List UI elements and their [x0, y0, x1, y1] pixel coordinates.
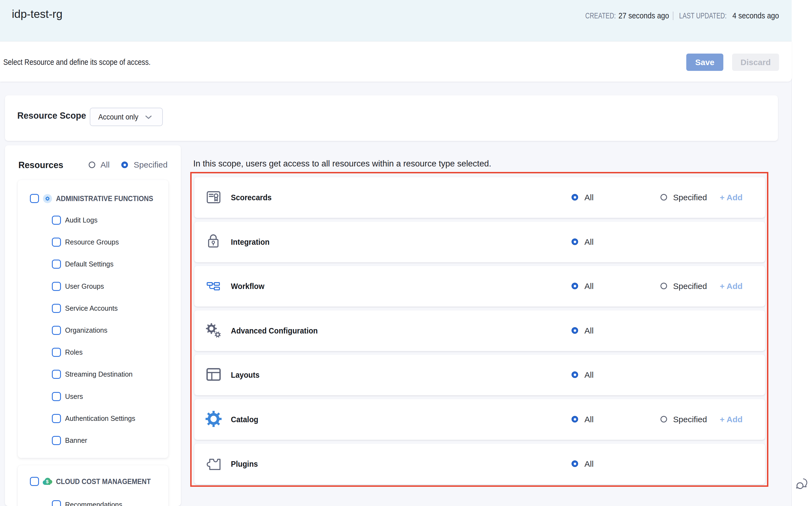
svg-text:$: $: [46, 479, 49, 484]
